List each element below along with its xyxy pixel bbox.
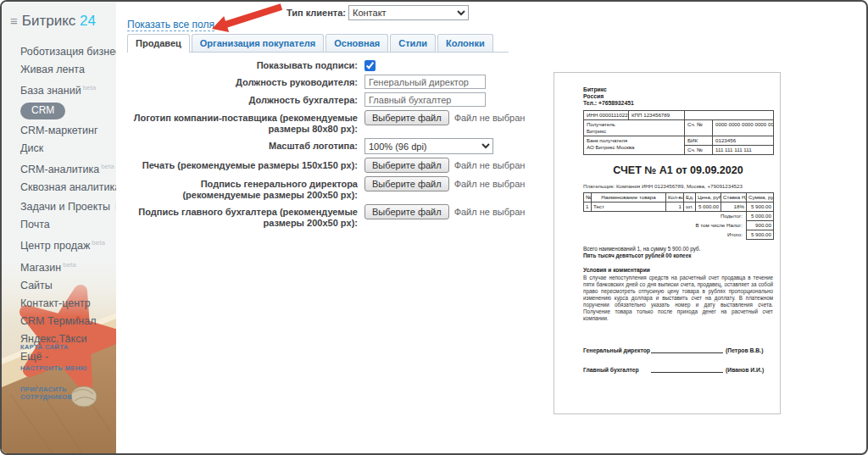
sidebar-link-sitemap[interactable]: КАРТА САЙТА — [20, 343, 68, 351]
invoice-payer-line: Плательщик: Компания ИНН 0123456789, Мос… — [583, 183, 773, 189]
sidebar-link-invite-employees[interactable]: ПРИГЛАСИТЬ СОТРУДНИКОВ — [20, 386, 116, 401]
sidebar-link-configure-menu[interactable]: НАСТРОИТЬ МЕНЮ — [20, 364, 87, 372]
tab-buyer-organization[interactable]: Организация покупателя — [192, 34, 324, 52]
beta-tag: beta — [83, 84, 97, 92]
accountant-signature-row: Главный бухгалтер (Иванов И.И.) — [583, 367, 773, 373]
sidebar-item-end-to-end-analytics[interactable]: Сквозная аналитика — [2, 179, 116, 197]
logo-no-file-text: Файл не выбран — [454, 113, 526, 123]
bank-details-table: ИНН 000011102222 КПП 123456789 Получател… — [583, 110, 774, 155]
client-type-label: Тип клиента: — [281, 8, 346, 18]
stamp-choose-file-button[interactable]: Выберите файл — [364, 158, 449, 173]
sidebar-item-contact-center[interactable]: Контакт-центр — [2, 295, 116, 313]
beta-tag: beta — [63, 261, 76, 269]
account-label-cell: Сч. № — [685, 120, 713, 136]
supplier-logo-label: Логотип компании-поставщика (рекомендуем… — [127, 110, 358, 135]
show-all-fields-link[interactable]: Показать все поля — [127, 19, 214, 31]
logo-scale-label: Масштаб логотипа: — [127, 138, 358, 152]
tab-main[interactable]: Основная — [326, 34, 388, 52]
subtotal-row: Подытог: 5 000.00 — [584, 212, 774, 221]
accountant-position-label: Должность бухгалтера: — [127, 92, 358, 106]
invoice-terms-title: Условия и комментарии — [583, 267, 773, 273]
invoice-title: СЧЕТ № А1 от 09.09.2020 — [583, 164, 773, 176]
invoice-company-name: Битрикс — [583, 86, 773, 93]
invoice-terms-text: В случае непоступления средств на расчет… — [583, 275, 773, 322]
app-window: ≡Битрикс 24 Роботизация бизнес...beta Жи… — [0, 0, 868, 455]
logo-choose-file-button[interactable]: Выберите файл — [364, 110, 449, 125]
settings-tabs: Продавец Организация покупателя Основная… — [127, 33, 509, 53]
total-row: Итого: 5 900.00 — [584, 230, 774, 240]
red-arrow-annotation — [207, 3, 287, 36]
sidebar-item-knowledge-base[interactable]: База знанийbeta — [2, 79, 116, 100]
invoice-preview: Битрикс Россия Тел.: +7658932451 ИНН 000… — [554, 72, 781, 414]
beta-tag: beta — [92, 239, 105, 247]
invoice-company-phone: Тел.: +7658932451 — [583, 100, 773, 107]
account-number-cell: 0000 0000 0000 0000 0000 — [713, 120, 774, 136]
accountant-signature-choose-file-button[interactable]: Выберите файл — [364, 204, 449, 219]
sidebar-item-drive[interactable]: Диск — [2, 140, 116, 158]
show-signatures-label: Показывать подписи: — [127, 58, 358, 71]
signature-line — [651, 347, 723, 353]
tab-styles[interactable]: Стили — [390, 34, 436, 52]
tasks-count-badge: 4 — [114, 199, 116, 214]
sidebar-item-sales-center[interactable]: Центр продажbeta — [2, 234, 116, 255]
logo-text: Битрикс — [22, 13, 76, 29]
bik-label-cell: БИК — [685, 136, 713, 146]
director-signature-no-file-text: Файл не выбран — [454, 179, 526, 189]
bik-number-cell: 0123456 — [713, 136, 774, 146]
show-signatures-checkbox[interactable] — [364, 60, 376, 71]
accountant-position-input[interactable] — [364, 92, 486, 107]
logo-scale-select[interactable]: 100% (96 dpi) — [364, 138, 493, 154]
accountant-signature-label: Подпись главного бухгалтера (рекомендуем… — [127, 204, 358, 229]
invoice-total-words: Пять тысяч девятьсот рублей 00 копеек — [583, 252, 773, 258]
bank-empty-cell — [685, 111, 774, 120]
item-row: 1 Тест 1 шт. 5 000.00 18% 5 900.00 — [584, 203, 774, 212]
sidebar-item-crm[interactable]: CRM — [2, 100, 116, 122]
account2-label-cell: Сч. № — [685, 146, 713, 155]
director-position-input[interactable] — [364, 75, 486, 89]
app-logo[interactable]: ≡Битрикс 24 — [2, 2, 116, 30]
client-type-select[interactable]: Контакт — [348, 5, 469, 20]
sidebar-menu: Роботизация бизнес...beta Живая лента Ба… — [2, 30, 116, 366]
director-signature-row: Генеральный директор (Петров В.В.) — [583, 347, 773, 353]
sidebar-item-store[interactable]: Магазинbeta — [2, 256, 116, 277]
director-signature-choose-file-button[interactable]: Выберите файл — [364, 176, 449, 191]
items-header-row: № Наименование товара Кол-во Ед. Цена, р… — [584, 193, 774, 203]
logo-accent: 24 — [80, 13, 96, 29]
director-signature-label: Подпись генерального директора (рекоменд… — [127, 176, 358, 201]
bank-name-cell: Банк получателя АО Битрикс Москва — [584, 136, 685, 155]
sidebar-item-crm-marketing[interactable]: CRM-маркетинг — [2, 122, 116, 140]
signature-line — [651, 367, 723, 373]
sidebar-item-crm-terminal[interactable]: CRM Терминал — [2, 313, 116, 330]
director-position-label: Должность руководителя: — [127, 75, 358, 88]
recipient-cell: Получатель Битрикс — [584, 120, 685, 136]
tab-columns[interactable]: Колонки — [437, 34, 493, 52]
sidebar-item-tasks-projects[interactable]: Задачи и Проекты4 — [2, 197, 116, 216]
invoice-total-line: Всего наименований 1, на сумму 5 900.00 … — [583, 246, 773, 252]
invoice-items-table: № Наименование товара Кол-во Ед. Цена, р… — [583, 192, 774, 240]
tab-seller[interactable]: Продавец — [127, 34, 190, 53]
stamp-label: Печать (рекомендуемые размеры 150x150 px… — [127, 158, 358, 171]
sidebar-item-feed[interactable]: Живая лента — [2, 61, 116, 79]
beta-tag: beta — [101, 163, 114, 170]
kpp-cell: КПП 123456789 — [629, 111, 685, 120]
accountant-signature-no-file-text: Файл не выбран — [454, 207, 526, 217]
sidebar-item-sites[interactable]: Сайты — [2, 277, 116, 295]
seller-settings-form: Показывать подписи: Должность руководите… — [127, 58, 527, 232]
invoice-company-country: Россия — [583, 93, 773, 100]
tax-row: В том числе Налог: 900.00 — [584, 221, 774, 230]
sidebar: ≡Битрикс 24 Роботизация бизнес...beta Жи… — [2, 2, 116, 453]
crm-active-pill: CRM — [20, 103, 65, 119]
sidebar-item-robotization[interactable]: Роботизация бизнес...beta — [2, 40, 116, 61]
hamburger-menu-icon[interactable]: ≡ — [10, 14, 18, 28]
inn-cell: ИНН 000011102222 — [584, 111, 629, 120]
account2-number-cell: 111 111 111 111 — [713, 146, 774, 155]
sidebar-item-crm-analytics[interactable]: CRM-аналитикаbeta — [2, 158, 116, 179]
sidebar-item-mail[interactable]: Почта — [2, 216, 116, 234]
stamp-no-file-text: Файл не выбран — [454, 160, 526, 170]
